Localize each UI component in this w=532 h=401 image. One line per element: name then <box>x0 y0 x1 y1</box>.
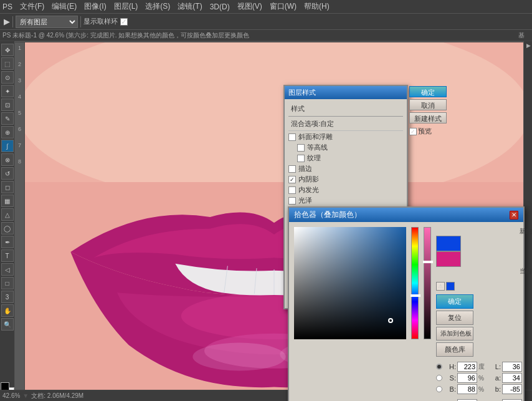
cp-input-fields: H: 度 L: S: % a: <box>436 362 532 401</box>
tool-marquee[interactable]: ⬚ <box>1 57 14 70</box>
layer-style-title-bar: 图层样式 <box>285 86 407 99</box>
menu-select[interactable]: 选择(S) <box>145 1 170 12</box>
cp-s-input[interactable] <box>457 373 477 383</box>
ls-stroke-checkbox[interactable] <box>288 165 296 173</box>
cp-close-button[interactable]: ✕ <box>510 211 518 220</box>
ls-texture-label[interactable]: 纹理 <box>307 153 321 163</box>
color-picker-dialog: 拾色器（叠加颜色） ✕ <box>288 206 525 401</box>
ls-inner-shadow-label[interactable]: 内阴影 <box>298 175 319 184</box>
cp-web-safe-swatch[interactable] <box>446 282 455 291</box>
menu-image[interactable]: 图像(I) <box>84 1 106 12</box>
tool-eraser[interactable]: ◻ <box>1 181 14 193</box>
tool-lasso[interactable]: ⊙ <box>1 71 14 84</box>
cp-ok-button[interactable]: 确定 <box>436 294 473 309</box>
cp-a-label: a: <box>488 374 501 382</box>
tool-eyedropper[interactable]: ✎ <box>1 112 14 125</box>
cp-h-input[interactable] <box>457 362 477 372</box>
tool-hand[interactable]: ✋ <box>1 304 14 317</box>
ls-style-item[interactable]: 样式 <box>288 103 403 115</box>
ls-satin-checkbox[interactable] <box>288 197 296 205</box>
menu-file[interactable]: 文件(F) <box>20 1 44 12</box>
tool-zoom[interactable]: 🔍 <box>1 318 14 331</box>
cp-s-radio[interactable] <box>436 375 442 381</box>
cp-opacity-slider-vertical[interactable] <box>424 227 431 339</box>
cp-b-input[interactable] <box>457 384 477 394</box>
tool-3d[interactable]: 3 <box>1 291 14 303</box>
cp-b-radio[interactable] <box>436 386 442 392</box>
cp-picker-handle[interactable] <box>388 318 393 323</box>
ls-inner-glow-label[interactable]: 内发光 <box>298 185 319 195</box>
tool-quick-select[interactable]: ✦ <box>1 85 14 97</box>
cp-a-input[interactable] <box>502 373 522 383</box>
tool-healing[interactable]: ⊕ <box>1 126 14 138</box>
cp-new-color-swatch[interactable] <box>436 236 461 251</box>
ls-inner-glow-checkbox[interactable] <box>288 186 296 194</box>
cp-bright-row: B: % b: <box>436 384 532 394</box>
cp-add-to-swatches-button[interactable]: 添加到色板 <box>436 327 473 341</box>
cp-warning-icon[interactable]: ⚠ <box>436 282 445 291</box>
ls-contour-row: 等高线 <box>288 143 403 152</box>
cp-title-bar: 拾色器（叠加颜色） ✕ <box>289 208 523 222</box>
menu-view[interactable]: 视图(V) <box>237 1 262 12</box>
tool-brush[interactable]: ∫ <box>1 140 14 152</box>
ls-inner-shadow-checkbox[interactable]: ✓ <box>288 176 296 183</box>
menu-help[interactable]: 帮助(H) <box>304 1 330 12</box>
tool-pen[interactable]: ✒ <box>1 236 14 248</box>
ls-action-buttons: 确定 取消 新建样式 ✓ 预览 <box>409 86 449 136</box>
cp-color-field[interactable] <box>294 227 406 339</box>
menu-3d[interactable]: 3D(D) <box>210 2 230 11</box>
ls-contour-label[interactable]: 等高线 <box>307 143 328 152</box>
tool-path-select[interactable]: ◁ <box>1 263 14 276</box>
cp-color-samples: 新的 当前 <box>436 227 532 276</box>
cp-s-label: S: <box>444 374 456 382</box>
ls-contour-checkbox[interactable] <box>297 144 305 152</box>
cp-l-input[interactable] <box>502 362 522 372</box>
tool-shape[interactable]: □ <box>1 277 14 289</box>
right-info-text: 基 <box>518 31 525 40</box>
cp-current-color-swatch[interactable] <box>436 251 461 267</box>
ls-satin-label[interactable]: 光泽 <box>298 196 312 205</box>
cp-h-unit: 度 <box>478 362 487 371</box>
cp-new-label: 新的 <box>436 227 532 236</box>
ls-bevel-row: 斜面和浮雕 <box>288 132 403 142</box>
tool-dodge[interactable]: ◯ <box>1 222 14 234</box>
tool-separator2 <box>80 16 81 27</box>
ls-stroke-label[interactable]: 描边 <box>298 164 312 173</box>
cp-b3-input[interactable] <box>502 384 522 394</box>
tool-gradient[interactable]: ▦ <box>1 195 14 207</box>
ls-preview-checkbox[interactable]: ✓ <box>409 128 417 135</box>
cp-opacity-handle[interactable] <box>423 261 433 263</box>
menu-ps[interactable]: PS <box>2 2 12 11</box>
cp-hue-handle[interactable] <box>411 294 420 297</box>
tool-type[interactable]: T <box>1 249 14 262</box>
ls-bevel-label[interactable]: 斜面和浮雕 <box>298 132 333 142</box>
menu-layer[interactable]: 图层(L) <box>114 1 138 12</box>
cp-right-panel: 新的 当前 ⚠ 确定 复位 添加到色板 颜色库 <box>436 227 532 401</box>
cp-title-text: 拾色器（叠加颜色） <box>294 210 361 220</box>
cp-hue-slider[interactable] <box>411 227 419 339</box>
layer-select-dropdown[interactable]: 所有图层 <box>16 16 78 28</box>
checkbox-sample-ring[interactable]: ✓ <box>120 18 128 26</box>
tool-blur[interactable]: △ <box>1 208 14 221</box>
ls-new-style-btn[interactable]: 新建样式 <box>409 112 447 123</box>
ls-texture-checkbox[interactable] <box>297 155 305 162</box>
tool-crop[interactable]: ⊡ <box>1 99 14 111</box>
zoom-level: 42.6% <box>2 392 20 399</box>
cp-l-label: L: <box>488 363 501 370</box>
cp-hue-radio[interactable] <box>436 364 442 370</box>
tool-move[interactable]: ✥ <box>1 44 14 56</box>
ls-satin-row: 光泽 <box>288 196 403 205</box>
menu-window[interactable]: 窗口(W) <box>270 1 297 12</box>
tool-history-brush[interactable]: ↺ <box>1 167 14 180</box>
cp-color-library-button[interactable]: 颜色库 <box>436 342 473 357</box>
tool-clone-stamp[interactable]: ⊗ <box>1 153 14 166</box>
cp-cancel-button[interactable]: 复位 <box>436 311 473 325</box>
ls-cancel-btn[interactable]: 取消 <box>409 99 447 110</box>
menu-edit[interactable]: 编辑(E) <box>52 1 77 12</box>
ls-texture-row: 纹理 <box>288 153 403 163</box>
ls-bevel-checkbox[interactable] <box>288 133 296 141</box>
ls-ok-btn[interactable]: 确定 <box>409 86 447 97</box>
cp-sat-row: S: % a: <box>436 373 532 383</box>
menu-filter[interactable]: 滤镜(T) <box>178 1 202 12</box>
ls-blend-options-item[interactable]: 混合选项:自定 <box>288 118 403 130</box>
